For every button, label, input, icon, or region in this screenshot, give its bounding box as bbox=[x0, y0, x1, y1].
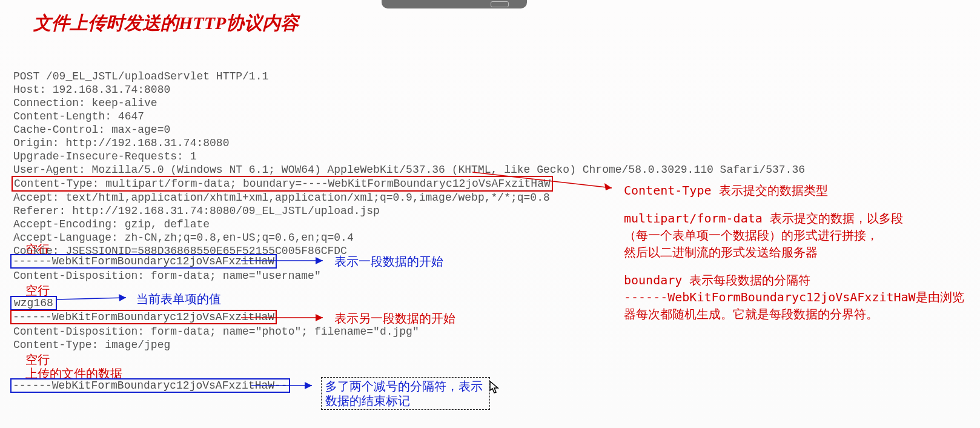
http-line: Referer: http://192.168.31.74:8080/09_EL… bbox=[13, 205, 380, 217]
http-line: Content-Length: 4647 bbox=[13, 110, 144, 122]
boundary-1: ------WebKitFormBoundaryc12joVsAFxzitHaW bbox=[10, 254, 277, 269]
http-line: Connection: keep-alive bbox=[13, 97, 157, 109]
content-type-line: Content-Type: multipart/form-data; bound… bbox=[12, 176, 553, 192]
content-type-2: Content-Type: image/jpeg bbox=[13, 339, 170, 351]
http-line: Accept-Language: zh-CN,zh;q=0.8,en-US;q=… bbox=[13, 232, 354, 244]
page-title: 文件上传时发送的HTTP协议内容 bbox=[33, 11, 299, 36]
content-disposition-1: Content-Disposition: form-data; name="us… bbox=[13, 270, 321, 282]
svg-marker-3 bbox=[316, 257, 323, 264]
mouse-cursor-icon bbox=[489, 381, 500, 398]
http-line: Origin: http://192.168.31.74:8080 bbox=[13, 137, 229, 149]
side-note-2b: （每一个表单项一个数据段）的形式进行拼接， bbox=[624, 227, 969, 244]
http-line: Accept-Encoding: gzip, deflate bbox=[13, 218, 210, 230]
arrow-form-value bbox=[56, 292, 135, 303]
http-line: Cache-Control: max-age=0 bbox=[13, 124, 170, 136]
boundary-end: ------WebKitFormBoundaryc12joVsAFxzitHaW… bbox=[10, 378, 290, 393]
http-line: Accept: text/html,application/xhtml+xml,… bbox=[13, 192, 550, 204]
http-line: Upgrade-Insecure-Requests: 1 bbox=[13, 150, 196, 162]
http-line: Host: 192.168.31.74:8080 bbox=[13, 84, 170, 96]
side-notes: Content-Type 表示提交的数据类型 multipart/form-da… bbox=[624, 182, 969, 323]
top-notch-bar bbox=[382, 0, 527, 8]
http-line: User-Agent: Mozilla/5.0 (Windows NT 6.1;… bbox=[13, 164, 805, 176]
svg-marker-7 bbox=[316, 314, 323, 321]
label-segment-start-1: 表示一段数据的开始 bbox=[334, 253, 443, 270]
form-value-1: wzg168 bbox=[10, 296, 57, 310]
side-note-2c: 然后以二进制流的形式发送给服务器 bbox=[624, 244, 969, 261]
label-end-marker: 多了两个减号的分隔符，表示数据的结束标记 bbox=[321, 377, 490, 410]
content-disposition-2: Content-Disposition: form-data; name="ph… bbox=[13, 326, 419, 338]
http-line: POST /09_EL_JSTL/uploadServlet HTTP/1.1 bbox=[13, 70, 268, 82]
side-note-3a: boundary 表示每段数据的分隔符 bbox=[624, 272, 969, 289]
svg-marker-9 bbox=[305, 382, 312, 389]
side-note-3b: ------WebKitFormBoundaryc12joVsAFxzitHaW… bbox=[624, 289, 969, 323]
label-segment-start-2: 表示另一段数据的开始 bbox=[334, 310, 455, 327]
side-note-2a: multipart/form-data 表示提交的数据，以多段 bbox=[624, 210, 969, 227]
side-note-1: Content-Type 表示提交的数据类型 bbox=[624, 182, 969, 199]
svg-marker-5 bbox=[119, 294, 126, 301]
svg-line-4 bbox=[56, 298, 126, 299]
label-current-value: 当前表单项的值 bbox=[136, 291, 221, 307]
boundary-2: ------WebKitFormBoundaryc12joVsAFxzitHaW bbox=[10, 310, 277, 324]
